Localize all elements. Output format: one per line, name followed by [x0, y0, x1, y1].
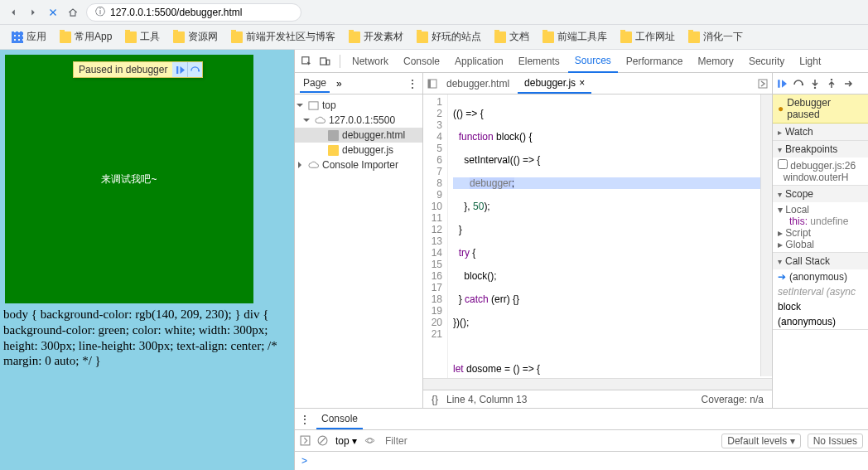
svg-point-10 — [831, 79, 832, 80]
tab-memory[interactable]: Memory — [692, 51, 740, 72]
bookmark-item[interactable]: 开发素材 — [344, 28, 408, 46]
bookmark-item[interactable]: 文档 — [489, 28, 534, 46]
tab-lighthouse[interactable]: Light — [793, 51, 827, 72]
editor-toggle-icon[interactable] — [427, 78, 438, 90]
editor-more-icon[interactable] — [757, 78, 769, 90]
tree-file-html[interactable]: debugger.html — [295, 128, 422, 143]
sources-navigator: Page » ⋮ top 127.0.0.1:5500 debugger.htm… — [295, 73, 423, 408]
braces-icon[interactable]: {} — [432, 394, 438, 405]
paused-label: Paused in debugger — [74, 64, 172, 75]
levels-select[interactable]: Default levels ▾ — [721, 434, 800, 448]
drawer-tab-console[interactable]: Console — [316, 409, 363, 429]
scope-script[interactable]: ▸ Script — [778, 227, 863, 239]
section-scope[interactable]: ▾Scope — [773, 186, 868, 202]
scope-global[interactable]: ▸ Global — [778, 239, 863, 250]
apps-button[interactable]: 应用 — [7, 28, 51, 46]
tab-elements[interactable]: Elements — [512, 51, 567, 72]
demo-box-text: 来调试我吧~ — [101, 173, 157, 185]
drawer-menu-icon[interactable]: ⋮ — [300, 414, 310, 425]
close-icon[interactable]: × — [579, 77, 585, 89]
resume-icon[interactable] — [776, 78, 788, 90]
tab-performance[interactable]: Performance — [620, 51, 690, 72]
stop-icon[interactable] — [46, 6, 60, 19]
folder-icon — [231, 31, 243, 43]
context-selector[interactable]: top ▾ — [335, 434, 358, 448]
scope-local[interactable]: ▾ Local — [778, 204, 863, 216]
step-over-icon[interactable] — [793, 78, 804, 90]
tree-file-js[interactable]: debugger.js — [295, 143, 422, 157]
tab-console[interactable]: Console — [397, 51, 446, 72]
sidebar-toggle-icon[interactable] — [300, 435, 311, 446]
tree-extension[interactable]: Console Importer — [295, 157, 422, 172]
url-bar[interactable]: ⓘ 127.0.0.1:5500/debugger.html — [86, 3, 301, 22]
bookmark-item[interactable]: 好玩的站点 — [412, 28, 486, 46]
coverage-label: Coverage: n/a — [702, 394, 764, 405]
clear-console-icon[interactable] — [317, 435, 328, 446]
inspect-icon[interactable] — [300, 55, 313, 68]
svg-rect-3 — [326, 60, 330, 65]
console-prompt[interactable]: > — [295, 452, 868, 470]
svg-rect-6 — [428, 80, 431, 88]
step-out-icon[interactable] — [826, 78, 837, 90]
frame-icon — [308, 100, 319, 111]
vscroll[interactable] — [760, 94, 772, 376]
device-icon[interactable] — [318, 55, 331, 68]
live-expr-icon[interactable] — [364, 435, 375, 446]
file-tree: top 127.0.0.1:5500 debugger.html debugge… — [295, 94, 422, 176]
breakpoint-item[interactable]: debugger.js:26 window.outerH — [773, 157, 868, 185]
filter-input[interactable] — [382, 434, 715, 448]
forward-icon[interactable] — [27, 6, 40, 19]
tab-security[interactable]: Security — [742, 51, 791, 72]
step-into-icon[interactable] — [809, 78, 821, 90]
back-icon[interactable] — [7, 6, 20, 19]
devtools-tabs: Network Console Application Elements Sou… — [295, 50, 868, 73]
address-bar: ⓘ 127.0.0.1:5500/debugger.html — [0, 0, 868, 25]
bookmark-item[interactable]: 消化一下 — [683, 28, 748, 46]
file-tab-html[interactable]: debugger.html — [440, 75, 516, 93]
step-icon[interactable] — [842, 78, 854, 90]
demo-box: 来调试我吧~ — [5, 55, 253, 303]
tab-application[interactable]: Application — [448, 51, 510, 72]
folder-icon — [542, 31, 554, 43]
nav-more[interactable]: » — [336, 78, 342, 90]
call-frame[interactable]: (anonymous) — [773, 314, 868, 329]
code-content[interactable]: (() => { function block() { setInterval(… — [448, 94, 772, 390]
svg-rect-2 — [321, 57, 326, 64]
file-tab-js[interactable]: debugger.js× — [518, 74, 591, 94]
apps-icon — [12, 31, 23, 43]
nav-menu-icon[interactable]: ⋮ — [407, 78, 417, 90]
cursor-pos: Line 4, Column 13 — [446, 394, 527, 405]
call-frame[interactable]: setInterval (async — [773, 284, 868, 299]
tree-frame[interactable]: top — [295, 98, 422, 113]
home-icon[interactable] — [66, 6, 80, 19]
section-breakpoints[interactable]: ▾Breakpoints — [773, 141, 868, 157]
section-callstack[interactable]: ▾Call Stack — [773, 253, 868, 269]
hscroll[interactable] — [423, 378, 772, 390]
nav-tab-page[interactable]: Page — [300, 75, 330, 93]
call-frame[interactable]: ➔(anonymous) — [773, 269, 868, 284]
resume-button[interactable] — [172, 62, 187, 77]
bookmark-item[interactable]: 前端工具库 — [538, 28, 612, 46]
tab-network[interactable]: Network — [345, 51, 395, 72]
bookmark-item[interactable]: 常用App — [55, 28, 117, 46]
editor-status: {}Line 4, Column 13 Coverage: n/a — [423, 390, 772, 408]
paused-overlay: Paused in debugger — [73, 61, 203, 78]
bookmarks-bar: 应用 常用App 工具 资源网 前端开发社区与博客 开发素材 好玩的站点 文档 … — [0, 25, 868, 50]
bookmark-item[interactable]: 工具 — [120, 28, 165, 46]
tree-host[interactable]: 127.0.0.1:5500 — [295, 113, 422, 128]
document-icon — [328, 130, 339, 141]
code-area[interactable]: 123456789101112131415161718192021 (() =>… — [423, 94, 772, 390]
bookmark-item[interactable]: 前端开发社区与博客 — [226, 28, 340, 46]
folder-icon — [494, 31, 506, 43]
folder-icon — [349, 31, 360, 43]
section-watch[interactable]: ▸Watch — [773, 124, 868, 140]
issues-button[interactable]: No Issues — [808, 434, 863, 448]
tab-sources[interactable]: Sources — [568, 50, 618, 73]
bp-checkbox[interactable] — [778, 159, 788, 169]
debug-controls — [773, 73, 868, 94]
step-over-button[interactable] — [187, 62, 202, 77]
bookmark-item[interactable]: 工作网址 — [615, 28, 680, 46]
bookmark-item[interactable]: 资源网 — [168, 28, 223, 46]
call-frame[interactable]: block — [773, 299, 868, 314]
svg-rect-7 — [759, 80, 767, 88]
